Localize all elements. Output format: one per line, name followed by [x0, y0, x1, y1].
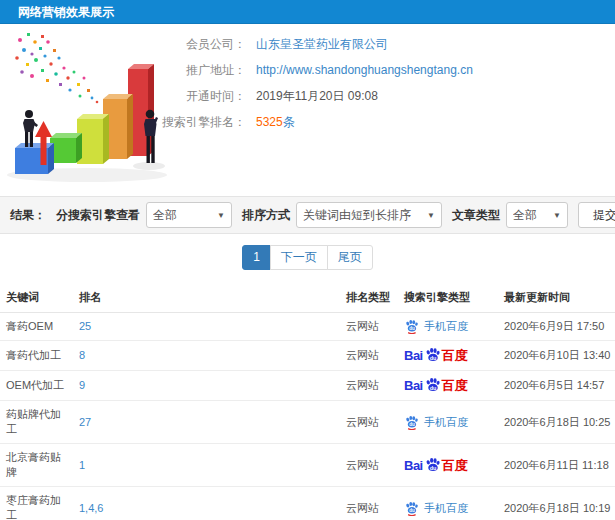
mobile-baidu-link[interactable]: du 手机百度 — [404, 501, 468, 516]
baidu-logo-link[interactable]: Bai du 百度 — [404, 347, 468, 364]
filter-bar: 结果： 分搜索引擎查看 全部 ▼ 排序方式 关键词由短到长排序 ▼ 文章类型 全… — [0, 196, 615, 234]
baidu-logo-bai: Bai — [404, 348, 423, 363]
updated-cell: 2020年6月18日 10:19 — [500, 487, 615, 520]
page-current[interactable]: 1 — [242, 245, 271, 270]
open-time-label: 开通时间： — [138, 88, 246, 105]
bar-blue — [15, 143, 54, 174]
businessman-left — [23, 110, 38, 147]
rank-cell: 1,4,6 — [75, 487, 342, 520]
rank-cell: 25 — [75, 313, 342, 341]
engine-filter-select[interactable]: 全部 ▼ — [146, 202, 232, 228]
baidu-logo-bai: Bai — [404, 378, 423, 393]
engine-label: 手机百度 — [424, 415, 468, 430]
svg-text:du: du — [429, 464, 436, 470]
company-label: 会员公司： — [138, 36, 246, 53]
promo-url-label: 推广地址： — [138, 62, 246, 79]
table-row: OEM代加工 9 云网站 du Baidu百度 — [0, 371, 615, 401]
table-row: 枣庄膏药加工 1,4,6 云网站 du 手机百度 — [0, 487, 615, 520]
engine-cell: du Baidu百度 Bai du 百度 — [400, 341, 500, 371]
chevron-down-icon: ▼ — [217, 211, 225, 220]
updated-cell: 2020年6月10日 13:40 — [500, 341, 615, 371]
table-row: 北京膏药贴牌 1 云网站 du Baidu百度 — [0, 444, 615, 487]
keyword-cell: 北京膏药贴牌 — [0, 444, 75, 487]
table-header-row: 关键词 排名 排名类型 搜索引擎类型 最新更新时间 — [0, 282, 615, 313]
submit-button[interactable]: 提交 — [578, 202, 615, 228]
article-type-select[interactable]: 全部 ▼ — [506, 202, 568, 228]
col-keyword: 关键词 — [0, 282, 75, 313]
engine-cell: du 手机百度 Bai du 百度 — [400, 401, 500, 444]
baidu-paw-icon: du — [404, 319, 419, 334]
keyword-cell: 膏药OEM — [0, 313, 75, 341]
sort-filter-select[interactable]: 关键词由短到长排序 ▼ — [296, 202, 442, 228]
svg-text:du: du — [409, 508, 415, 513]
chevron-down-icon: ▼ — [553, 211, 561, 220]
info-row-rank-count: 搜索引擎排名： 5325条 — [138, 114, 473, 131]
svg-text:du: du — [429, 355, 436, 361]
chevron-down-icon: ▼ — [427, 211, 435, 220]
open-time-value: 2019年11月20日 09:08 — [256, 88, 378, 105]
baidu-logo-link[interactable]: Bai du 百度 — [404, 457, 468, 474]
mobile-baidu-link[interactable]: du 手机百度 — [404, 319, 468, 334]
rank-cell: 9 — [75, 371, 342, 401]
rank-type-cell: 云网站 — [342, 341, 400, 371]
col-engine-type: 搜索引擎类型 — [400, 282, 500, 313]
app-header: 网络营销效果展示 — [0, 0, 615, 24]
mobile-baidu-link[interactable]: du 手机百度 — [404, 415, 468, 430]
keyword-cell: 枣庄膏药加工 — [0, 487, 75, 520]
rank-count-value: 5325条 — [256, 114, 295, 131]
promo-url-link[interactable]: http://www.shandonghuangshengtang.cn — [256, 62, 473, 79]
confetti-dots — [15, 33, 98, 103]
keyword-cell: 药贴牌代加工 — [0, 401, 75, 444]
table-row: 膏药代加工 8 云网站 du Baidu百度 — [0, 341, 615, 371]
page-next[interactable]: 下一页 — [270, 245, 328, 270]
results-table: 关键词 排名 排名类型 搜索引擎类型 最新更新时间 膏药OEM 25 云网站 d… — [0, 282, 615, 520]
svg-text:du: du — [409, 326, 415, 331]
result-label: 结果： — [10, 207, 46, 224]
baidu-paw-icon: du — [404, 501, 419, 516]
rank-count-suffix[interactable]: 条 — [283, 115, 295, 129]
baidu-logo-link[interactable]: Bai du 百度 — [404, 377, 468, 394]
info-row-url: 推广地址： http://www.shandonghuangshengtang.… — [138, 62, 473, 79]
col-rank: 排名 — [75, 282, 342, 313]
rank-cell: 8 — [75, 341, 342, 371]
rank-link[interactable]: 25 — [79, 320, 91, 332]
col-rank-type: 排名类型 — [342, 282, 400, 313]
baidu-paw-icon: du — [404, 415, 419, 430]
rank-link[interactable]: 27 — [79, 416, 91, 428]
pagination: 1 下一页 尾页 — [0, 245, 615, 270]
rank-count-number: 5325 — [256, 115, 283, 129]
rank-type-cell: 云网站 — [342, 444, 400, 487]
member-info-panel: 会员公司： 山东皇圣堂药业有限公司 推广地址： http://www.shand… — [138, 36, 473, 140]
rank-type-cell: 云网站 — [342, 401, 400, 444]
rank-link[interactable]: 8 — [79, 349, 85, 361]
baidu-logo-bai: Bai — [404, 458, 423, 473]
info-row-open-time: 开通时间： 2019年11月20日 09:08 — [138, 88, 473, 105]
engine-label: 手机百度 — [424, 319, 468, 334]
baidu-paw-icon: du — [424, 457, 441, 474]
company-link[interactable]: 山东皇圣堂药业有限公司 — [256, 36, 388, 53]
article-type-label: 文章类型 — [452, 207, 500, 224]
updated-cell: 2020年6月11日 11:18 — [500, 444, 615, 487]
table-row: 药贴牌代加工 27 云网站 du 手机百度 — [0, 401, 615, 444]
rank-link[interactable]: 9 — [79, 379, 85, 391]
hero-section: 会员公司： 山东皇圣堂药业有限公司 推广地址： http://www.shand… — [0, 24, 615, 190]
sort-filter-label: 排序方式 — [242, 207, 290, 224]
baidu-logo-cn: 百度 — [442, 458, 468, 473]
page-title: 网络营销效果展示 — [18, 5, 114, 19]
baidu-paw-icon: du — [424, 377, 441, 394]
table-row: 膏药OEM 25 云网站 du 手机百度 — [0, 313, 615, 341]
updated-cell: 2020年6月18日 10:25 — [500, 401, 615, 444]
info-row-company: 会员公司： 山东皇圣堂药业有限公司 — [138, 36, 473, 53]
bar-green — [50, 133, 82, 163]
page-last[interactable]: 尾页 — [327, 245, 373, 270]
engine-cell: du 手机百度 Bai du 百度 — [400, 313, 500, 341]
keyword-cell: OEM代加工 — [0, 371, 75, 401]
engine-cell: du 手机百度 Bai du 百度 — [400, 487, 500, 520]
rank-cell: 27 — [75, 401, 342, 444]
col-updated: 最新更新时间 — [500, 282, 615, 313]
rank-link[interactable]: 1 — [79, 459, 85, 471]
rank-type-cell: 云网站 — [342, 487, 400, 520]
updated-cell: 2020年6月5日 14:57 — [500, 371, 615, 401]
rank-link[interactable]: 1,4,6 — [79, 502, 103, 514]
baidu-logo-cn: 百度 — [442, 348, 468, 363]
